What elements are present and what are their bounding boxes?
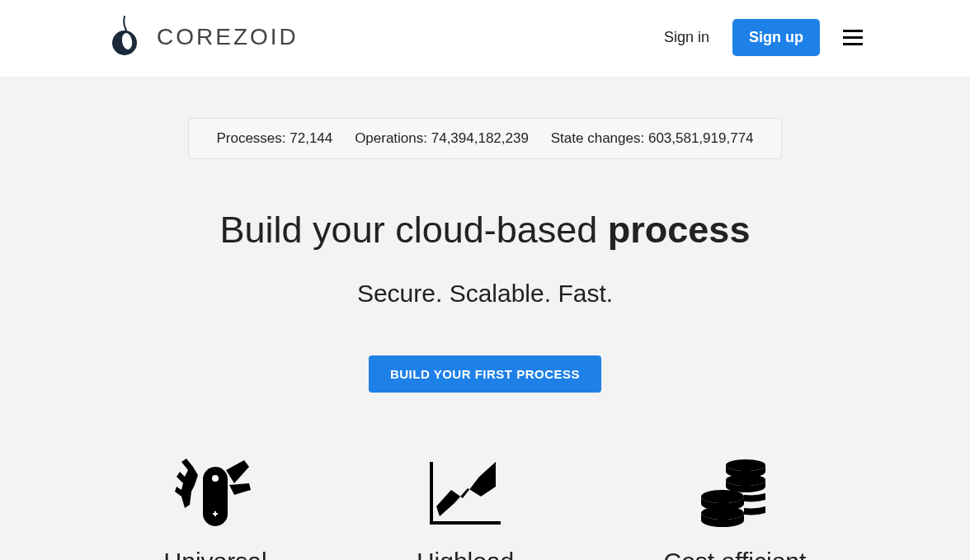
brand-name: COREZOID (157, 24, 299, 50)
menu-icon[interactable] (843, 30, 863, 45)
svg-rect-5 (214, 511, 216, 516)
svg-rect-7 (430, 521, 501, 525)
feature-title: Highload (417, 548, 514, 560)
signin-link[interactable]: Sign in (664, 29, 709, 46)
signup-button[interactable]: Sign up (732, 19, 820, 56)
stat-label: Operations: (355, 130, 431, 146)
build-process-button[interactable]: BUILD YOUR FIRST PROCESS (369, 355, 601, 393)
svg-point-10 (701, 490, 744, 503)
feature-universal: Universal (164, 450, 267, 560)
chart-icon (420, 450, 511, 533)
stat-value: 603,581,919,774 (648, 130, 754, 146)
feature-title: Cost efficient (664, 548, 807, 560)
headline-bold: process (608, 209, 751, 251)
feature-title: Universal (164, 548, 267, 560)
feature-highload: Highload (417, 450, 514, 560)
header-actions: Sign in Sign up (664, 19, 863, 56)
feature-cost-efficient: Cost efficient (664, 450, 807, 560)
stat-processes: Processes: 72,144 (216, 130, 332, 147)
svg-point-3 (212, 475, 219, 482)
stats-bar: Processes: 72,144 Operations: 74,394,182… (188, 118, 782, 159)
svg-point-11 (701, 506, 744, 520)
svg-point-9 (726, 474, 765, 486)
hero-section: Processes: 72,144 Operations: 74,394,182… (0, 77, 970, 560)
features-row: Universal Highload (89, 450, 881, 560)
stat-value: 74,394,182,239 (431, 130, 529, 146)
headline-text: Build your cloud-based (220, 209, 608, 251)
site-header: COREZOID Sign in Sign up (0, 0, 970, 77)
stat-label: Processes: (216, 130, 290, 146)
coins-icon (690, 450, 780, 533)
logo-icon (107, 15, 142, 59)
page-title: Build your cloud-based process (0, 209, 970, 252)
stat-operations: Operations: 74,394,182,239 (355, 130, 529, 147)
stat-state-changes: State changes: 603,581,919,774 (551, 130, 754, 147)
subtitle: Secure. Scalable. Fast. (0, 280, 970, 308)
brand[interactable]: COREZOID (107, 15, 299, 59)
stat-label: State changes: (551, 130, 648, 146)
swiss-knife-icon (170, 450, 261, 533)
svg-point-8 (726, 459, 765, 471)
stat-value: 72,144 (290, 130, 332, 146)
svg-rect-6 (430, 462, 433, 525)
